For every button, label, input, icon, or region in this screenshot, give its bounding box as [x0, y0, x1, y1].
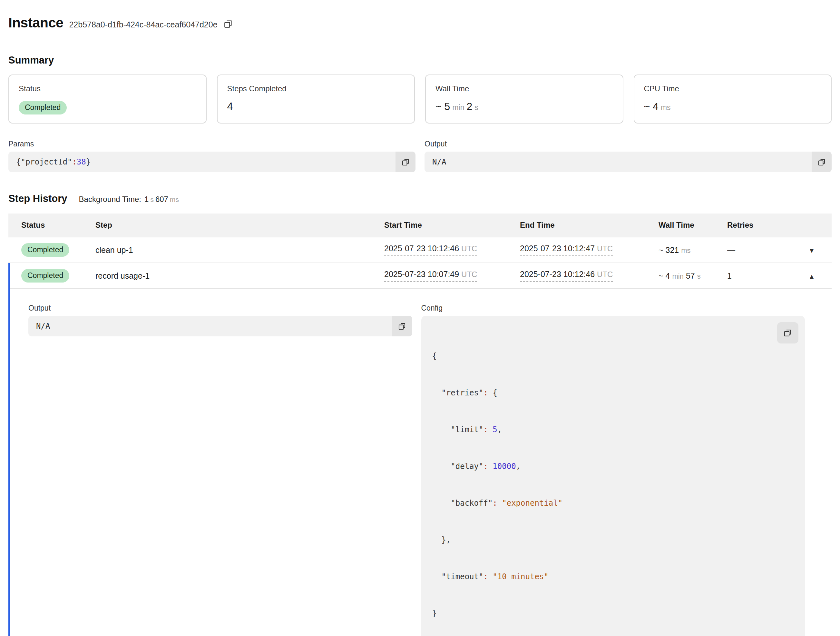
copy-icon [818, 158, 826, 166]
end-time: 2025-07-23 10:12:47 UTC [520, 244, 613, 256]
col-step: Step [95, 221, 384, 229]
expand-row-button[interactable]: ▼ [808, 247, 815, 255]
wall-time: ~ 4min57s [658, 271, 701, 281]
output-value: N/A [425, 152, 812, 172]
col-start-time: Start Time [384, 221, 520, 229]
collapse-row-button[interactable]: ▲ [808, 273, 815, 280]
output-box: N/A [425, 152, 832, 172]
start-time: 2025-07-23 10:07:49 UTC [384, 270, 477, 282]
page-header: Instance 22b578a0-d1fb-424c-84ac-ceaf604… [8, 15, 832, 31]
steps-completed-value: 4 [227, 100, 405, 112]
step-history-heading: Step History [8, 193, 67, 204]
expanded-row-group: Completed record usage-1 2025-07-23 10:0… [8, 263, 832, 636]
retries: — [727, 245, 786, 255]
table-row: Completed record usage-1 2025-07-23 10:0… [9, 263, 832, 289]
table-row: Completed clean up-1 2025-07-23 10:12:46… [8, 237, 832, 263]
config-panel: { "retries": { "limit": 5, "delay": 1000… [421, 316, 805, 636]
steps-completed-card: Steps Completed 4 [217, 74, 415, 123]
card-label: Steps Completed [227, 84, 405, 93]
copy-config-button[interactable] [777, 322, 799, 343]
cpu-time-card: CPU Time ~ 4ms [634, 74, 832, 123]
instance-id: 22b578a0-d1fb-424c-84ac-ceaf6047d20e [69, 20, 217, 29]
wall-time-value: ~ 5min2s [436, 101, 478, 112]
copy-icon [223, 19, 233, 29]
col-wall-time: Wall Time [658, 221, 727, 229]
table-header: Status Step Start Time End Time Wall Tim… [8, 214, 832, 237]
step-history-header: Step History Background Time: 1s607ms [8, 193, 832, 204]
col-retries: Retries [727, 221, 786, 229]
copy-output-button[interactable] [812, 152, 832, 172]
step-detail-panel: Output N/A Config [9, 289, 832, 636]
summary-cards: Status Completed Steps Completed 4 Wall … [8, 74, 832, 123]
copy-icon [398, 322, 406, 331]
params-value: {"projectId":38} [8, 152, 395, 172]
status-badge: Completed [21, 243, 69, 257]
params-output-row: Params {"projectId":38} Output N/A [8, 140, 832, 172]
output-label: Output [425, 140, 832, 148]
background-time: Background Time: 1s607ms [79, 195, 179, 204]
status-badge: Completed [19, 101, 67, 114]
card-label: CPU Time [644, 84, 822, 93]
config-label: Config [421, 304, 805, 313]
end-time: 2025-07-23 10:12:46 UTC [520, 270, 613, 282]
wall-time-card: Wall Time ~ 5min2s [425, 74, 624, 123]
copy-icon [783, 328, 792, 337]
copy-instance-id-button[interactable] [223, 19, 233, 29]
params-label: Params [8, 140, 415, 148]
detail-output-label: Output [28, 304, 412, 313]
copy-detail-output-button[interactable] [392, 316, 412, 336]
step-history-table: Status Step Start Time End Time Wall Tim… [8, 214, 832, 636]
card-label: Status [19, 84, 196, 93]
col-status: Status [8, 221, 95, 229]
config-json: { "retries": { "limit": 5, "delay": 1000… [432, 326, 794, 636]
cpu-time-value: ~ 4ms [644, 101, 671, 112]
card-label: Wall Time [436, 84, 613, 93]
page-title: Instance [8, 15, 63, 31]
params-box: {"projectId":38} [8, 152, 415, 172]
summary-heading: Summary [8, 54, 832, 66]
instance-page: Instance 22b578a0-d1fb-424c-84ac-ceaf604… [0, 0, 840, 636]
col-end-time: End Time [520, 221, 658, 229]
copy-params-button[interactable] [395, 152, 415, 172]
status-badge: Completed [21, 269, 69, 283]
step-name: clean up-1 [95, 245, 384, 255]
start-time: 2025-07-23 10:12:46 UTC [384, 244, 477, 256]
step-name: record usage-1 [95, 271, 384, 281]
wall-time: ~ 321ms [658, 245, 691, 255]
detail-output-box: N/A [28, 316, 412, 336]
retries: 1 [727, 271, 786, 281]
detail-output-value: N/A [28, 316, 392, 336]
copy-icon [401, 158, 410, 166]
status-card: Status Completed [8, 74, 207, 123]
